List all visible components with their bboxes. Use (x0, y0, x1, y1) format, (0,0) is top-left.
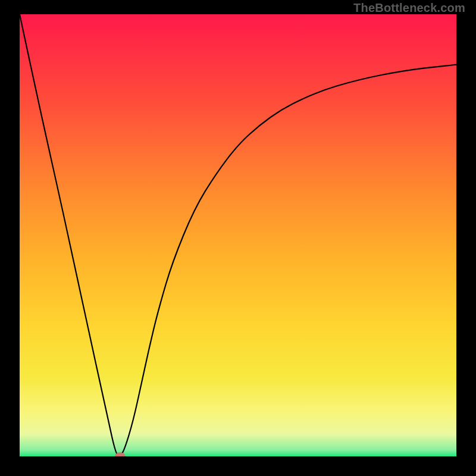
gradient-background (20, 14, 456, 456)
watermark-text: TheBottleneck.com (353, 1, 465, 15)
plot-area (20, 14, 456, 456)
chart-svg (20, 14, 456, 456)
chart-frame: TheBottleneck.com (0, 0, 476, 476)
